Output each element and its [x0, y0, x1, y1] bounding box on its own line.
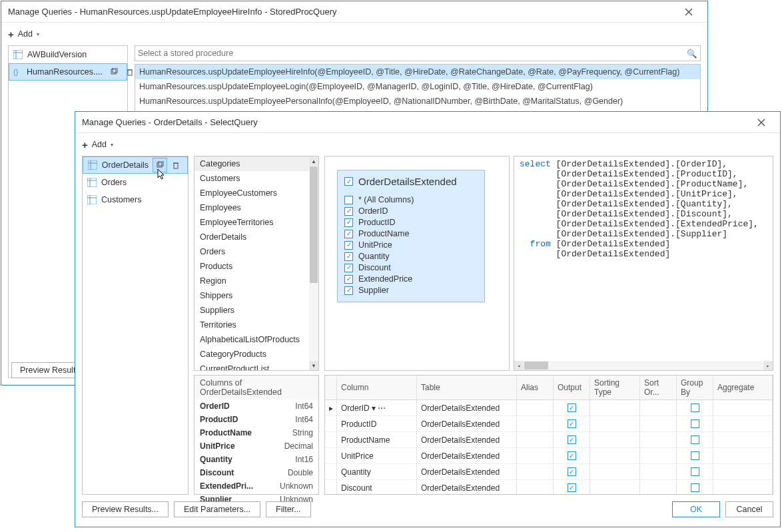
- scroll-thumb[interactable]: [310, 166, 318, 283]
- table-item[interactable]: CategoryProducts: [195, 347, 318, 362]
- preview-button[interactable]: Preview Results...: [82, 501, 169, 517]
- grid-cell[interactable]: [713, 416, 773, 431]
- sp-item[interactable]: HumanResources.uspUpdateEmployeeHireInfo…: [135, 65, 700, 79]
- grid-cell[interactable]: [713, 432, 773, 447]
- grid-cell[interactable]: [590, 400, 640, 415]
- field-row[interactable]: Supplier: [344, 286, 478, 295]
- grid-cell[interactable]: [517, 416, 554, 431]
- add-button[interactable]: Add: [18, 29, 33, 39]
- field-row[interactable]: UnitPrice: [344, 240, 478, 250]
- search-row[interactable]: 🔍: [135, 45, 701, 61]
- checkbox[interactable]: [344, 230, 353, 238]
- grid-cell[interactable]: [677, 480, 713, 494]
- grid-cell[interactable]: [713, 480, 773, 494]
- col-row[interactable]: QuantityInt16: [195, 453, 318, 466]
- sp-item[interactable]: HumanResources.uspUpdateEmployeePersonal…: [135, 94, 700, 109]
- grid-cell[interactable]: [713, 464, 773, 479]
- grid-cell[interactable]: [640, 432, 677, 447]
- query-item-orderdetails[interactable]: OrderDetails: [83, 156, 188, 174]
- grid-cell[interactable]: OrderDetailsExtended: [417, 416, 517, 431]
- close-button[interactable]: [749, 115, 773, 131]
- grid-cell[interactable]: [517, 432, 554, 447]
- grid-row[interactable]: UnitPriceOrderDetailsExtended: [325, 448, 773, 464]
- add-button[interactable]: Add: [92, 140, 107, 149]
- grid-cell[interactable]: [590, 432, 640, 447]
- grid-cell[interactable]: [640, 480, 677, 494]
- copy-button[interactable]: [153, 158, 167, 172]
- field-row[interactable]: Discount: [344, 263, 478, 272]
- checkbox[interactable]: [344, 264, 353, 272]
- edit-parameters-button[interactable]: Edit Parameters...: [174, 501, 260, 517]
- grid-header-cell[interactable]: Table: [417, 376, 517, 399]
- grid-cell[interactable]: [554, 416, 590, 431]
- col-row[interactable]: ProductIDInt64: [195, 413, 318, 426]
- grid-cell[interactable]: [517, 400, 554, 415]
- output-checkbox[interactable]: [568, 403, 576, 412]
- grid-cell[interactable]: [517, 480, 554, 494]
- table-box-header[interactable]: OrderDetailsExtended: [338, 170, 484, 192]
- grid-cell[interactable]: [640, 464, 677, 479]
- grid-cell[interactable]: [677, 432, 713, 447]
- grid-cell[interactable]: [517, 464, 554, 479]
- grid-row[interactable]: ▸OrderID ▾ ⋯OrderDetailsExtended: [325, 400, 773, 416]
- checkbox[interactable]: [344, 252, 353, 261]
- sql-preview[interactable]: select [OrderDetailsExtended].[OrderID],…: [514, 156, 773, 371]
- table-item[interactable]: Employees: [195, 200, 318, 215]
- cancel-button[interactable]: Cancel: [725, 501, 773, 517]
- grid-cell[interactable]: [554, 480, 590, 494]
- table-checkbox[interactable]: [344, 177, 353, 186]
- ok-button[interactable]: OK: [672, 501, 720, 517]
- grid-row[interactable]: QuantityOrderDetailsExtended: [325, 464, 773, 480]
- table-item[interactable]: AlphabeticalListOfProducts: [195, 332, 318, 347]
- field-row[interactable]: ProductID: [344, 218, 478, 227]
- groupby-checkbox[interactable]: [691, 451, 699, 460]
- grid-cell[interactable]: [554, 464, 590, 479]
- checkbox[interactable]: [344, 218, 353, 227]
- all-columns-row[interactable]: * (All Columns): [344, 195, 478, 204]
- output-checkbox[interactable]: [568, 467, 576, 476]
- tables-header[interactable]: Categories: [195, 156, 318, 171]
- dropdown-icon[interactable]: ▾: [37, 31, 39, 37]
- grid-header-cell[interactable]: Alias: [517, 376, 554, 399]
- table-item[interactable]: Products: [195, 259, 318, 274]
- grid-cell[interactable]: [677, 400, 713, 415]
- grid-cell[interactable]: OrderDetailsExtended: [417, 464, 517, 479]
- grid-cell[interactable]: [640, 400, 677, 415]
- checkbox[interactable]: [344, 241, 353, 250]
- grid-header-cell[interactable]: Output: [554, 376, 590, 399]
- grid-cell[interactable]: OrderID ▾ ⋯: [337, 400, 417, 415]
- grid-cell[interactable]: [713, 448, 773, 463]
- close-button[interactable]: [677, 4, 701, 20]
- grid-cell[interactable]: [590, 416, 640, 431]
- query-item-customers[interactable]: Customers: [83, 191, 188, 208]
- scroll-thumb[interactable]: [524, 362, 548, 370]
- table-item[interactable]: CurrentProductList: [195, 362, 318, 371]
- grid-cell[interactable]: ProductID: [337, 416, 417, 431]
- col-row[interactable]: UnitPriceDecimal: [195, 439, 318, 453]
- query-item-humanresources[interactable]: {} HumanResources....: [9, 63, 127, 81]
- field-row[interactable]: ProductName: [344, 229, 478, 238]
- grid-header-cell[interactable]: Aggregate: [713, 376, 773, 399]
- grid-cell[interactable]: [677, 464, 713, 479]
- grid-cell[interactable]: [590, 448, 640, 463]
- query-item-orders[interactable]: Orders: [83, 174, 188, 191]
- table-item[interactable]: Shippers: [195, 288, 318, 303]
- groupby-checkbox[interactable]: [691, 403, 699, 412]
- grid-row[interactable]: ProductNameOrderDetailsExtended: [325, 432, 773, 448]
- field-row[interactable]: OrderID: [344, 206, 478, 216]
- sp-item[interactable]: HumanResources.uspUpdateEmployeeLogin(@E…: [135, 79, 700, 94]
- grid-cell[interactable]: [677, 448, 713, 463]
- grid-cell[interactable]: OrderDetailsExtended: [417, 448, 517, 463]
- table-item[interactable]: EmployeeCustomers: [195, 186, 318, 200]
- field-row[interactable]: Quantity: [344, 252, 478, 261]
- grid-header-cell[interactable]: Sort Or...: [640, 376, 677, 399]
- table-item[interactable]: Region: [195, 274, 318, 288]
- grid-row[interactable]: ProductIDOrderDetailsExtended: [325, 416, 773, 432]
- table-item[interactable]: Territories: [195, 318, 318, 332]
- grid-cell[interactable]: OrderDetailsExtended: [417, 432, 517, 447]
- col-row[interactable]: ExtendedPri...Unknown: [195, 479, 318, 493]
- grid-cell[interactable]: [677, 416, 713, 431]
- grid-cell[interactable]: Quantity: [337, 464, 417, 479]
- checkbox[interactable]: [344, 286, 353, 295]
- query-item-awbuildversion[interactable]: AWBuildVersion: [9, 46, 127, 63]
